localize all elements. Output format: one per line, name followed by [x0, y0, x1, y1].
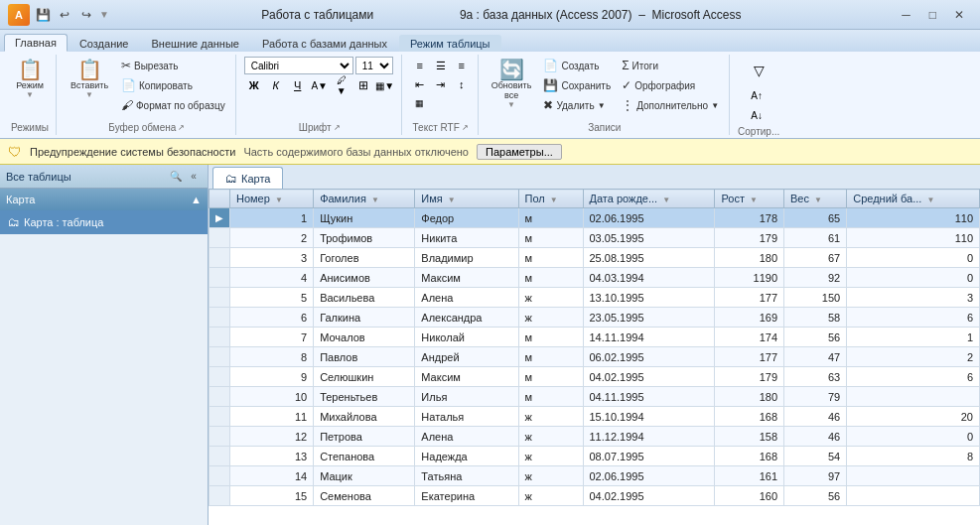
cell-dob[interactable]: 23.05.1995 [583, 308, 715, 328]
cell-height[interactable]: 168 [715, 447, 784, 466]
align-center-btn[interactable]: ☰ [431, 57, 451, 74]
grid-button[interactable]: ⊞ [353, 76, 373, 94]
col-surname[interactable]: Фамилия ▼ [314, 190, 415, 208]
cell-dob[interactable]: 02.06.1995 [583, 208, 715, 228]
cell-surname[interactable]: Михайлова [314, 407, 415, 427]
sort-az-btn[interactable]: A↑ [745, 86, 769, 104]
totals-button[interactable]: Σ Итоги [618, 57, 723, 74]
format-painter-button[interactable]: 🖌 Формат по образцу [117, 96, 229, 114]
cell-surname[interactable]: Галкина [314, 308, 415, 328]
mode-button[interactable]: 📋 Режим ▼ [10, 57, 50, 102]
table-row[interactable]: 7МочаловНиколайм14.11.1994174561 [210, 328, 980, 347]
copy-button[interactable]: 📄 Копировать [117, 76, 229, 94]
cell-height[interactable]: 1190 [715, 268, 784, 288]
cell-gender[interactable]: м [518, 387, 583, 407]
cell-dob[interactable]: 14.11.1994 [583, 328, 715, 347]
cell-gender[interactable]: м [518, 228, 583, 248]
cell-name[interactable]: Татьяна [415, 466, 518, 486]
cell-name[interactable]: Максим [415, 367, 518, 387]
cell-number[interactable]: 3 [230, 248, 314, 268]
cell-dob[interactable]: 08.07.1995 [583, 447, 715, 466]
cell-avg_score[interactable]: 1 [847, 328, 980, 347]
cell-number[interactable]: 2 [230, 228, 314, 248]
cell-weight[interactable]: 56 [784, 486, 847, 506]
cell-dob[interactable]: 06.02.1995 [583, 347, 715, 367]
cell-surname[interactable]: Мацик [314, 466, 415, 486]
filter-button[interactable]: ▽ [745, 57, 772, 84]
cell-gender[interactable]: ж [518, 486, 583, 506]
cell-number[interactable]: 10 [230, 387, 314, 407]
cell-weight[interactable]: 54 [784, 447, 847, 466]
cell-number[interactable]: 14 [230, 466, 314, 486]
italic-button[interactable]: К [266, 76, 286, 94]
cell-avg_score[interactable]: 6 [847, 308, 980, 328]
cell-name[interactable]: Екатерина [415, 486, 518, 506]
tab-create[interactable]: Создание [69, 35, 140, 52]
cell-surname[interactable]: Трофимов [314, 228, 415, 248]
cell-height[interactable]: 180 [715, 248, 784, 268]
cell-avg_score[interactable] [847, 387, 980, 407]
cell-avg_score[interactable]: 6 [847, 367, 980, 387]
table-row[interactable]: 4АнисимовМаксимм04.03.19941190920 [210, 268, 980, 288]
content-tab-karta[interactable]: 🗂 Карта [212, 167, 283, 189]
cell-name[interactable]: Владимир [415, 248, 518, 268]
maximize-btn[interactable]: □ [920, 5, 945, 25]
cell-weight[interactable]: 58 [784, 308, 847, 328]
cell-gender[interactable]: м [518, 248, 583, 268]
paste-button[interactable]: 📋 Вставить ▼ [65, 57, 114, 102]
cell-height[interactable]: 177 [715, 288, 784, 308]
cell-surname[interactable]: Степанова [314, 447, 415, 466]
table-row[interactable]: 3ГоголевВладимирм25.08.1995180670 [210, 248, 980, 268]
table-row[interactable]: 9СелюшкинМаксимм04.02.1995179636 [210, 367, 980, 387]
cell-dob[interactable]: 25.08.1995 [583, 248, 715, 268]
cell-gender[interactable]: ж [518, 427, 583, 447]
cut-button[interactable]: ✂ Вырезать [117, 57, 229, 74]
cell-weight[interactable]: 150 [784, 288, 847, 308]
table-row[interactable]: 10ТереньтьевИльям04.11.199518079 [210, 387, 980, 407]
cell-dob[interactable]: 04.11.1995 [583, 387, 715, 407]
cell-surname[interactable]: Петрова [314, 427, 415, 447]
indent-dec-btn[interactable]: ⇤ [410, 75, 430, 93]
table-row[interactable]: 8ПавловАндрейм06.02.1995177472 [210, 347, 980, 367]
tab-table-mode[interactable]: Режим таблицы [399, 35, 501, 52]
cell-height[interactable]: 158 [715, 427, 784, 447]
cell-gender[interactable]: м [518, 208, 583, 228]
cell-height[interactable]: 169 [715, 308, 784, 328]
nav-item-karta[interactable]: 🗂 Карта : таблица [0, 210, 208, 234]
refresh-button[interactable]: 🔄 Обновитьвсе ▼ [487, 57, 537, 112]
cell-number[interactable]: 12 [230, 427, 314, 447]
cell-dob[interactable]: 13.10.1995 [583, 288, 715, 308]
cell-name[interactable]: Илья [415, 387, 518, 407]
cell-gender[interactable]: ж [518, 308, 583, 328]
tab-database[interactable]: Работа с базами данных [251, 35, 398, 52]
cell-weight[interactable]: 65 [784, 208, 847, 228]
cell-gender[interactable]: ж [518, 466, 583, 486]
cell-weight[interactable]: 56 [784, 328, 847, 347]
col-weight[interactable]: Вес ▼ [784, 190, 847, 208]
cell-weight[interactable]: 79 [784, 387, 847, 407]
cell-height[interactable]: 179 [715, 367, 784, 387]
cell-avg_score[interactable]: 2 [847, 347, 980, 367]
table-row[interactable]: 15СеменоваЕкатеринаж04.02.199516056 [210, 486, 980, 506]
cell-dob[interactable]: 04.02.1995 [583, 486, 715, 506]
cell-avg_score[interactable]: 20 [847, 407, 980, 427]
cell-height[interactable]: 179 [715, 228, 784, 248]
font-size-select[interactable]: 11 [355, 57, 393, 74]
cell-name[interactable]: Николай [415, 328, 518, 347]
cell-dob[interactable]: 11.12.1994 [583, 427, 715, 447]
cell-avg_score[interactable]: 0 [847, 268, 980, 288]
table-row[interactable]: ▶1ЩукинФедорм02.06.199517865110 [210, 208, 980, 228]
cell-avg_score[interactable]: 110 [847, 228, 980, 248]
cell-weight[interactable]: 61 [784, 228, 847, 248]
save-record-button[interactable]: 💾 Сохранить [539, 76, 615, 94]
undo-btn[interactable]: ↩ [56, 6, 73, 24]
cell-number[interactable]: 13 [230, 447, 314, 466]
cell-weight[interactable]: 63 [784, 367, 847, 387]
cell-height[interactable]: 180 [715, 387, 784, 407]
table-row[interactable]: 5ВасильеваАленаж13.10.19951771503 [210, 288, 980, 308]
cell-weight[interactable]: 47 [784, 347, 847, 367]
nav-toggle-btn[interactable]: « [186, 169, 202, 185]
cell-number[interactable]: 5 [230, 288, 314, 308]
cell-surname[interactable]: Мочалов [314, 328, 415, 347]
cell-name[interactable]: Андрей [415, 347, 518, 367]
